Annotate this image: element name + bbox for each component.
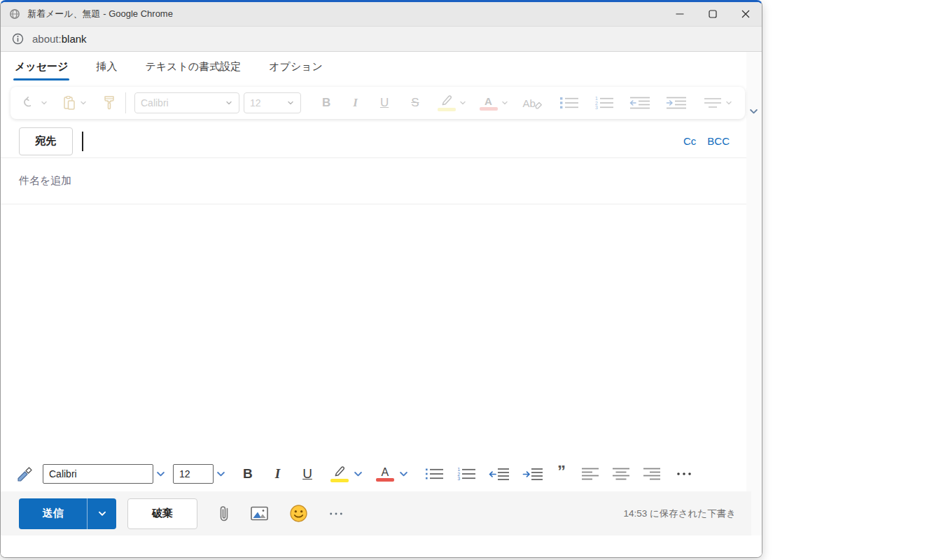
chevron-down-icon xyxy=(725,99,733,107)
attach-file-button[interactable] xyxy=(218,504,230,524)
font-name-value: Calibri xyxy=(141,97,222,108)
underline-button[interactable]: U xyxy=(302,466,312,482)
align-center-button[interactable] xyxy=(612,467,630,481)
tab-format-text[interactable]: テキストの書式設定 xyxy=(144,55,242,82)
bold-button[interactable]: B xyxy=(322,96,330,110)
ellipsis-icon xyxy=(329,512,343,516)
quote-button[interactable]: ” xyxy=(557,468,566,479)
send-button[interactable]: 送信 xyxy=(19,498,87,529)
active-tab-underline xyxy=(13,78,69,80)
increase-indent-button[interactable] xyxy=(522,467,543,481)
bold-button[interactable]: B xyxy=(243,466,253,482)
bullet-list-button[interactable] xyxy=(424,467,444,481)
numbered-list-button[interactable]: 1 2 3 xyxy=(594,96,614,110)
paste-button[interactable] xyxy=(62,95,88,111)
insert-emoji-button[interactable] xyxy=(289,504,308,523)
decrease-indent-button[interactable] xyxy=(629,96,650,110)
chevron-down-icon xyxy=(501,99,509,107)
highlight-color-button[interactable] xyxy=(330,466,349,482)
more-actions-button[interactable] xyxy=(329,512,343,516)
ribbon-tabs: メッセージ 挿入 テキストの書式設定 オプション xyxy=(1,53,324,83)
bcc-link[interactable]: BCC xyxy=(707,135,730,147)
address-bar[interactable]: about:blank xyxy=(1,27,762,52)
format-toolbar: Calibri 12 B I U A xyxy=(1,456,746,491)
eraser-icon xyxy=(534,100,543,109)
page-info-icon[interactable] xyxy=(12,33,24,45)
font-color-icon: A xyxy=(480,96,498,111)
format-painter-brush-icon xyxy=(16,465,34,483)
numbered-list-icon: 1 2 3 xyxy=(594,96,614,110)
image-icon xyxy=(251,506,268,521)
send-options-button[interactable] xyxy=(87,498,116,529)
undo-icon xyxy=(22,96,37,110)
strikethrough-button[interactable]: S xyxy=(411,96,419,110)
clipboard-paste-icon xyxy=(62,95,76,111)
underline-button[interactable]: U xyxy=(380,96,389,110)
tab-options[interactable]: オプション xyxy=(267,55,324,82)
font-size-input[interactable]: 12 xyxy=(173,464,214,484)
chevron-down-icon xyxy=(459,99,467,107)
highlight-dropdown[interactable] xyxy=(353,469,363,479)
close-icon xyxy=(741,10,750,18)
chevron-down-icon xyxy=(79,99,88,107)
font-size-value: 12 xyxy=(250,97,284,108)
tab-insert[interactable]: 挿入 xyxy=(95,55,118,82)
subject-input[interactable]: 件名を追加 xyxy=(1,158,746,204)
recipient-row: 宛先 Cc BCC xyxy=(1,125,746,158)
font-name-dropdown[interactable] xyxy=(155,469,166,479)
svg-text:3: 3 xyxy=(595,105,598,110)
message-body-input[interactable] xyxy=(1,204,746,456)
toolbar-divider xyxy=(125,92,126,113)
ribbon-toolbar: Calibri 12 B I U S xyxy=(11,87,745,119)
maximize-button[interactable] xyxy=(696,2,729,26)
decrease-indent-button[interactable] xyxy=(489,467,510,481)
font-color-button[interactable]: A xyxy=(480,96,509,111)
ellipsis-icon xyxy=(676,472,692,476)
highlight-color-button[interactable] xyxy=(438,95,467,111)
font-name-select[interactable]: Calibri xyxy=(134,92,239,113)
url-text: about:blank xyxy=(32,33,87,45)
svg-text:3: 3 xyxy=(457,476,460,481)
font-size-select[interactable]: 12 xyxy=(244,92,301,113)
format-painter-button[interactable] xyxy=(103,95,116,111)
italic-button[interactable]: I xyxy=(275,466,280,482)
indent-icon xyxy=(666,96,687,110)
numbered-list-button[interactable]: 1 2 3 xyxy=(456,467,476,481)
font-color-icon: A xyxy=(376,467,394,482)
discard-button[interactable]: 破棄 xyxy=(127,498,197,529)
align-left-button[interactable] xyxy=(581,467,599,481)
maximize-icon xyxy=(709,10,717,18)
undo-button[interactable] xyxy=(22,96,48,110)
window-titlebar[interactable]: 新着メール、無題 - Google Chrome xyxy=(1,2,762,27)
cc-link[interactable]: Cc xyxy=(683,135,696,147)
more-formatting-button[interactable] xyxy=(676,472,692,476)
numbered-list-icon: 1 2 3 xyxy=(456,467,476,481)
insert-image-button[interactable] xyxy=(251,506,268,521)
close-button[interactable] xyxy=(729,2,762,26)
window-title: 新着メール、無題 - Google Chrome xyxy=(27,8,173,20)
right-gutter xyxy=(746,52,762,556)
emoji-smile-icon xyxy=(289,504,308,523)
format-painter-button[interactable] xyxy=(16,465,34,483)
align-center-icon xyxy=(704,97,722,109)
chevron-down-icon xyxy=(748,106,759,117)
align-right-icon xyxy=(643,467,661,481)
toolbar-overflow-button[interactable] xyxy=(748,106,759,117)
font-color-button[interactable]: A xyxy=(376,467,394,482)
font-size-dropdown[interactable] xyxy=(216,469,226,479)
chevron-down-icon xyxy=(40,99,48,107)
bullet-list-button[interactable] xyxy=(559,96,579,110)
highlighter-icon xyxy=(330,466,349,482)
align-button[interactable] xyxy=(704,97,733,109)
italic-button[interactable]: I xyxy=(353,96,358,110)
font-name-input[interactable]: Calibri xyxy=(43,464,153,484)
paperclip-icon xyxy=(218,504,230,524)
subject-placeholder: 件名を追加 xyxy=(19,174,71,188)
clear-formatting-button[interactable]: Ab xyxy=(523,97,543,109)
to-button[interactable]: 宛先 xyxy=(19,127,73,155)
minimize-button[interactable] xyxy=(663,2,696,26)
tab-message[interactable]: メッセージ xyxy=(13,55,69,82)
font-color-dropdown[interactable] xyxy=(398,469,409,479)
increase-indent-button[interactable] xyxy=(666,96,687,110)
align-right-button[interactable] xyxy=(643,467,661,481)
